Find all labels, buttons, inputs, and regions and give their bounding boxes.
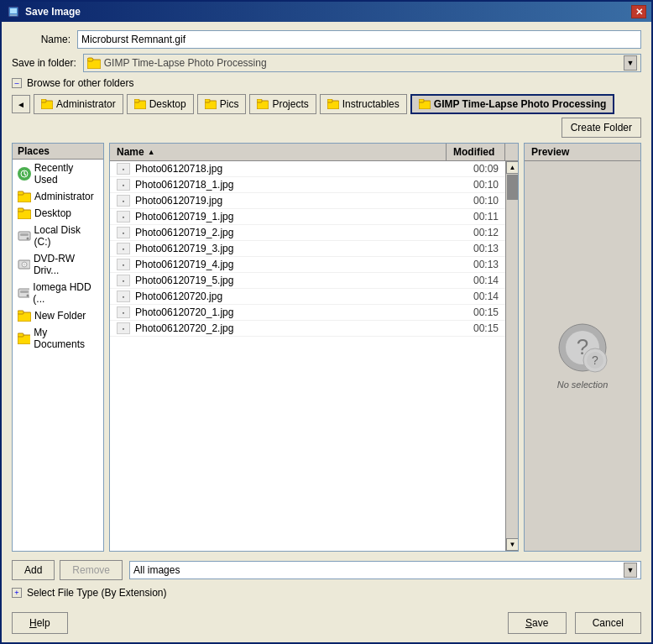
places-header: Places	[13, 144, 103, 160]
preview-no-selection: No selection	[557, 380, 609, 390]
files-list[interactable]: ▪ Photo06120718.jpg 00:09 ▪ Photo0612071…	[110, 161, 505, 551]
folder-icon	[18, 310, 31, 322]
file-icon: ▪	[117, 195, 130, 207]
main-area: Places Recently Used Administrator Deskt…	[12, 143, 641, 552]
toolbar-instructables[interactable]: Instructables	[320, 94, 407, 114]
folder-icon	[41, 99, 53, 109]
filter-combo[interactable]: All images ▼	[129, 561, 641, 579]
file-row[interactable]: ▪ Photo06120718.jpg 00:09	[110, 161, 505, 177]
file-icon: ▪	[117, 179, 130, 191]
remove-button[interactable]: Remove	[60, 560, 123, 580]
scroll-placeholder	[505, 144, 518, 160]
svg-rect-34	[18, 311, 24, 314]
add-remove-row: Add Remove	[12, 560, 123, 580]
places-item-new-folder[interactable]: New Folder	[13, 307, 103, 324]
toolbar-pics[interactable]: Pics	[197, 94, 247, 114]
toolbar-projects[interactable]: Projects	[249, 94, 316, 114]
svg-rect-1	[10, 8, 17, 13]
svg-rect-12	[257, 99, 262, 102]
places-item-desktop[interactable]: Desktop	[13, 205, 103, 222]
save-in-label: Save in folder:	[12, 57, 76, 69]
preview-icon: ? ?	[557, 322, 608, 373]
cancel-button[interactable]: Cancel	[575, 612, 641, 634]
file-row[interactable]: ▪ Photo06120719_5.jpg 00:14	[110, 273, 505, 289]
save-cancel-group: Save Cancel	[508, 612, 641, 634]
places-item-my-documents[interactable]: My Documents	[13, 324, 103, 353]
help-button[interactable]: Help	[12, 612, 68, 634]
file-icon: ▪	[117, 259, 130, 270]
save-button[interactable]: Save	[508, 612, 567, 634]
toolbar-administrator[interactable]: Administrator	[34, 94, 123, 114]
places-item-iomega[interactable]: Iomega HDD (...	[13, 279, 103, 307]
folder-combo[interactable]: GIMP Time-Lapse Photo Processing ▼	[83, 54, 641, 72]
file-row[interactable]: ▪ Photo06120718_1.jpg 00:10	[110, 177, 505, 193]
col-modified[interactable]: Modified	[447, 144, 505, 160]
dialog-icon	[7, 5, 20, 18]
folder-combo-text: GIMP Time-Lapse Photo Processing	[87, 57, 267, 69]
scroll-track	[506, 174, 518, 538]
add-button[interactable]: Add	[12, 560, 55, 580]
dialog-body: Name: Save in folder: GIMP Time-Lapse Ph…	[2, 22, 651, 607]
file-row[interactable]: ▪ Photo06120720.jpg 00:14	[110, 289, 505, 305]
file-row[interactable]: ▪ Photo06120719_2.jpg 00:12	[110, 225, 505, 241]
svg-rect-36	[18, 333, 24, 337]
col-name[interactable]: Name ▲	[110, 144, 447, 160]
drive-icon	[18, 287, 29, 299]
preview-header: Preview	[525, 144, 640, 161]
file-row[interactable]: ▪ Photo06120720_2.jpg 00:15	[110, 321, 505, 337]
file-row[interactable]: ▪ Photo06120719_3.jpg 00:13	[110, 241, 505, 257]
preview-content: ? ? No selection	[525, 161, 640, 551]
file-name: ▪ Photo06120719_3.jpg	[117, 243, 448, 254]
vertical-scrollbar[interactable]: ▲ ▼	[505, 161, 518, 551]
folder-icon	[18, 207, 31, 219]
file-row[interactable]: ▪ Photo06120719_4.jpg 00:13	[110, 257, 505, 273]
places-item-recently-used[interactable]: Recently Used	[13, 160, 103, 188]
svg-rect-23	[18, 208, 24, 212]
browse-label: Browse for other folders	[27, 77, 133, 89]
file-row[interactable]: ▪ Photo06120720_1.jpg 00:15	[110, 305, 505, 321]
file-name: ▪ Photo06120719_4.jpg	[117, 259, 448, 270]
svg-point-29	[24, 264, 25, 265]
name-row: Name:	[12, 30, 641, 49]
file-row[interactable]: ▪ Photo06120719_1.jpg 00:11	[110, 209, 505, 225]
file-icon: ▪	[117, 243, 130, 254]
places-item-administrator[interactable]: Administrator	[13, 188, 103, 205]
folder-icon	[205, 99, 217, 109]
places-item-local-disk[interactable]: Local Disk (C:)	[13, 222, 103, 250]
file-icon: ▪	[117, 275, 130, 286]
folder-icon	[327, 99, 339, 109]
file-name: ▪ Photo06120720.jpg	[117, 291, 448, 302]
scroll-down-arrow[interactable]: ▼	[506, 538, 518, 551]
back-button[interactable]: ◄	[12, 95, 30, 113]
title-bar: Save Image ✕	[2, 2, 651, 22]
bottom-buttons: Help Save Cancel	[2, 607, 651, 642]
folder-combo-arrow[interactable]: ▼	[624, 55, 637, 71]
bottom-controls-row: Add Remove All images ▼	[12, 560, 641, 580]
file-name: ▪ Photo06120718_1.jpg	[117, 179, 448, 191]
svg-rect-8	[134, 99, 139, 102]
file-type-row[interactable]: + Select File Type (By Extension)	[12, 587, 641, 599]
close-button[interactable]: ✕	[631, 5, 646, 18]
folder-icon	[18, 191, 31, 202]
recently-used-icon	[18, 167, 31, 181]
file-type-label: Select File Type (By Extension)	[27, 587, 167, 599]
scroll-thumb[interactable]	[507, 175, 518, 200]
file-row[interactable]: ▪ Photo06120719.jpg 00:10	[110, 193, 505, 209]
folder-icon	[257, 99, 269, 109]
filter-combo-arrow[interactable]: ▼	[624, 563, 637, 578]
scroll-up-arrow[interactable]: ▲	[506, 161, 518, 174]
create-folder-button[interactable]: Create Folder	[562, 118, 641, 138]
file-type-toggle[interactable]: +	[12, 588, 22, 598]
toolbar-gimp[interactable]: GIMP Time-Lapse Photo Processing	[410, 94, 615, 114]
svg-rect-16	[419, 99, 424, 102]
svg-rect-21	[18, 191, 24, 195]
files-panel: Name ▲ Modified ▪ Photo06120718.jpg	[109, 143, 519, 552]
filter-label: All images	[133, 564, 180, 576]
browse-toggle-section[interactable]: – Browse for other folders	[12, 77, 641, 89]
preview-panel: Preview ? ? No selection	[524, 143, 641, 552]
name-input[interactable]	[77, 30, 641, 49]
places-item-dvd-rw[interactable]: DVD-RW Driv...	[13, 250, 103, 279]
places-panel: Places Recently Used Administrator Deskt…	[12, 143, 104, 552]
toolbar-desktop[interactable]: Desktop	[127, 94, 194, 114]
folder-combo-icon	[87, 57, 101, 69]
